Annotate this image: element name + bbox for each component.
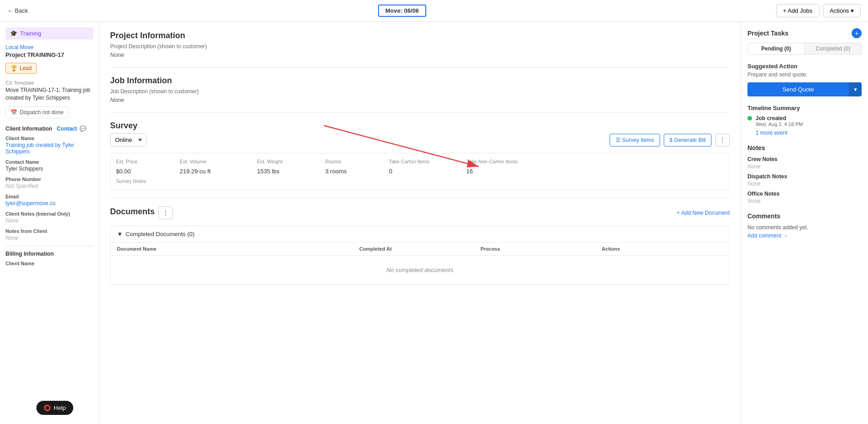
dispatch-notes-label: Dispatch Notes: [747, 173, 862, 180]
topbar-left: ← Back: [7, 7, 28, 14]
topbar-center: Move: 08/06: [378, 7, 426, 14]
add-task-button[interactable]: +: [852, 28, 862, 38]
tasks-tabs: Pending (0) Completed (0): [747, 43, 862, 55]
right-panel: Project Tasks + Pending (0) Completed (0…: [741, 22, 868, 424]
survey-items-button[interactable]: ☰ Survey Items: [610, 134, 660, 146]
tab-pending[interactable]: Pending (0): [748, 43, 805, 54]
topbar: ← Back Move: 08/06 + Add Jobs Actions ▾: [0, 0, 868, 22]
tab-completed[interactable]: Completed (0): [805, 43, 861, 54]
no-comments-text: No comments added yet.: [747, 224, 862, 231]
add-jobs-button[interactable]: + Add Jobs: [776, 4, 819, 17]
doc-table-header: Document Name Completed At Process Actio…: [111, 242, 729, 256]
timeline-section: Timeline Summary Job created Wed, Aug 2,…: [747, 105, 862, 136]
lead-label: Lead: [20, 65, 32, 71]
send-quote-wrapper: Send Quote ▾: [747, 82, 862, 96]
main-layout: 🎓 Training Local Move Project TRAINING-1…: [0, 22, 868, 424]
client-notes-value: None: [5, 217, 93, 224]
billing-client-label: Client Name: [5, 261, 93, 266]
actions-col-header: Actions: [602, 246, 723, 252]
add-new-document-link[interactable]: + Add New Document: [677, 210, 730, 216]
list-icon: ☰: [616, 137, 621, 143]
non-carton-header: Take Non-Carton Items: [466, 159, 724, 164]
add-comment-link[interactable]: Add comment →: [747, 232, 862, 239]
job-info-section: Job Information Job Description (shown t…: [110, 76, 730, 103]
timeline-dot: [747, 116, 752, 121]
help-icon: ⭕: [44, 404, 51, 411]
job-info-title: Job Information: [110, 76, 730, 86]
dispatch-label: Dispatch not done: [20, 109, 64, 116]
process-col-header: Process: [480, 246, 601, 252]
training-label: Training: [20, 30, 41, 37]
main-content: Project Information Project Description …: [99, 22, 741, 424]
actions-button[interactable]: Actions ▾: [823, 4, 861, 17]
survey-more-button[interactable]: ⋮: [715, 134, 730, 146]
crew-notes-value: None: [747, 163, 862, 170]
contact-link[interactable]: Contact: [57, 126, 77, 132]
job-desc-label: Job Description (shown to customer): [110, 88, 730, 95]
est-volume-header: Est. Volume: [180, 159, 252, 164]
office-notes-label: Office Notes: [747, 191, 862, 197]
notes-from-client-field: Notes from Client None: [5, 228, 93, 241]
email-field: Email tyler@supermove.co: [5, 194, 93, 207]
contact-name-field: Contact Name Tyler Schippers: [5, 159, 93, 172]
suggested-action-section: Suggested Action Prepare and send quote.…: [747, 63, 862, 96]
help-button[interactable]: ⭕ Help: [36, 401, 73, 415]
generate-bill-button[interactable]: $ Generate Bill: [664, 134, 712, 146]
carton-value: 0: [389, 168, 462, 175]
training-badge: 🎓 Training: [5, 27, 93, 40]
project-desc-value: None: [110, 51, 730, 58]
back-button[interactable]: ← Back: [7, 7, 28, 14]
comments-title: Comments: [747, 212, 862, 220]
training-icon: 🎓: [10, 30, 17, 37]
crew-notes-label: Crew Notes: [747, 156, 862, 162]
project-info-section: Project Information Project Description …: [110, 31, 730, 58]
email-value[interactable]: tyler@supermove.co: [5, 200, 93, 207]
non-carton-value: 16: [466, 168, 724, 175]
survey-table: Est. Price Est. Volume Est. Weight Rooms…: [110, 153, 730, 190]
office-notes-value: None: [747, 198, 862, 204]
send-quote-dropdown-button[interactable]: ▾: [849, 82, 862, 96]
est-weight-header: Est. Weight: [257, 159, 321, 164]
dispatch-icon: 📅: [10, 109, 17, 116]
est-price-value: $0.00: [116, 168, 175, 175]
client-notes-label: Client Notes (Internal Only): [5, 211, 93, 217]
timeline-item: Job created Wed, Aug 2, 4:18 PM: [747, 115, 862, 127]
completed-docs-header[interactable]: ▼ Completed Documents (0): [111, 226, 729, 242]
documents-header: Documents ⋮ + Add New Document: [110, 207, 730, 219]
doc-name-col-header: Document Name: [117, 246, 359, 252]
contact-name-value: Tyler Schippers: [5, 166, 93, 172]
rooms-value: 3 rooms: [325, 168, 384, 175]
left-sidebar: 🎓 Training Local Move Project TRAINING-1…: [0, 22, 99, 424]
phone-value: Not Specified: [5, 183, 93, 189]
survey-notes-label: Survey Notes: [116, 178, 724, 184]
phone-label: Phone Number: [5, 177, 93, 182]
dispatch-badge[interactable]: 📅 Dispatch not done: [5, 106, 69, 118]
survey-actions: ☰ Survey Items $ Generate Bill ⋮: [610, 134, 730, 146]
move-badge: Move: 08/06: [378, 5, 426, 17]
comments-section: Comments No comments added yet. Add comm…: [747, 212, 862, 239]
documents-more-button[interactable]: ⋮: [158, 207, 173, 219]
no-completed-docs: No completed documents: [111, 256, 729, 284]
survey-header-row: Est. Price Est. Volume Est. Weight Rooms…: [116, 159, 724, 164]
send-quote-button[interactable]: Send Quote: [747, 82, 849, 96]
more-events-link[interactable]: 1 more event: [756, 130, 862, 136]
topbar-right: + Add Jobs Actions ▾: [776, 4, 861, 17]
survey-dropdown[interactable]: Online: [110, 133, 146, 146]
notes-section: Notes Crew Notes None Dispatch Notes Non…: [747, 144, 862, 204]
notes-from-client-label: Notes from Client: [5, 228, 93, 234]
documents-title: Documents: [110, 207, 155, 217]
client-name-value[interactable]: Training job created by Tyler Schippers: [5, 142, 93, 155]
est-price-header: Est. Price: [116, 159, 175, 164]
contact-name-label: Contact Name: [5, 159, 93, 165]
client-info-section-label: Client Information Contact 💬: [5, 126, 93, 132]
chat-icon: 💬: [80, 126, 86, 132]
timeline-title: Timeline Summary: [747, 105, 862, 111]
cx-template-value: Move TRAINING-17-1: Training job created…: [5, 86, 93, 102]
suggested-action-desc: Prepare and send quote.: [747, 71, 862, 78]
survey-header: Online ☰ Survey Items $ Generate Bill ⋮: [110, 133, 730, 146]
completed-docs-section: ▼ Completed Documents (0) Document Name …: [110, 226, 730, 285]
local-move-link[interactable]: Local Move: [5, 44, 93, 50]
suggested-action-title: Suggested Action: [747, 63, 862, 70]
lead-icon: 🏆: [10, 65, 17, 71]
survey-data-row: $0.00 219.29 cu ft 1535 lbs 3 rooms 0 16: [116, 168, 724, 175]
